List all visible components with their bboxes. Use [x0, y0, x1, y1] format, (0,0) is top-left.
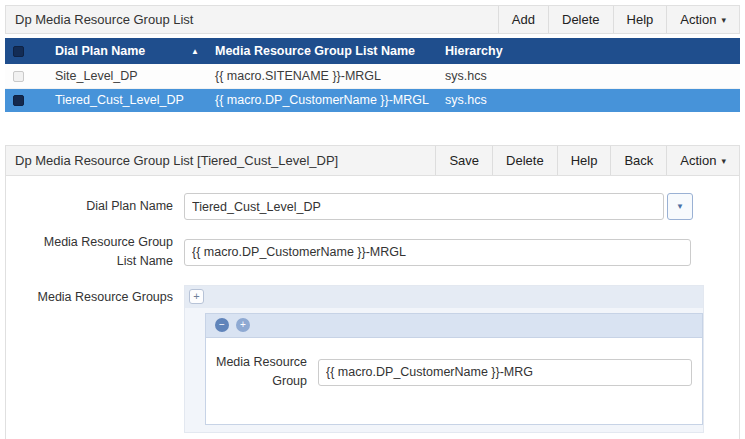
cell-dial-plan-name: Site_Level_DP: [47, 64, 207, 88]
cell-mrgl-name: {{ macro.SITENAME }}-MRGL: [207, 64, 437, 88]
action-button-label: Action: [680, 12, 716, 27]
table-row[interactable]: Site_Level_DP {{ macro.SITENAME }}-MRGL …: [5, 64, 740, 88]
page: Dp Media Resource Group List Add Delete …: [0, 0, 745, 439]
mrg-item-panel: − + Media Resource Group: [205, 313, 703, 425]
add-button[interactable]: Add: [498, 6, 548, 33]
form-row-mrgl-name: Media Resource Group List Name: [6, 233, 739, 272]
delete-button[interactable]: Delete: [548, 6, 613, 33]
column-header-hierarchy[interactable]: Hierarchy: [437, 38, 740, 64]
caret-down-icon: ▾: [721, 15, 726, 25]
cell-hierarchy: sys.hcs: [437, 64, 740, 88]
select-all-checkbox[interactable]: [13, 46, 24, 57]
dropdown-arrow-icon[interactable]: ▼: [667, 193, 693, 220]
detail-toolbar: Save Delete Help Back Action ▾: [435, 146, 739, 175]
sort-ascending-icon: ▲: [191, 47, 199, 56]
form-row-mrg-section: Media Resource Groups + − +: [6, 285, 739, 433]
mrg-group-widget: + − + Media Resource Group: [184, 285, 704, 433]
mrgl-name-label: Media Resource Group List Name: [12, 233, 184, 272]
dial-plan-name-label: Dial Plan Name: [12, 197, 184, 216]
help-button[interactable]: Help: [557, 146, 611, 175]
add-item-icon[interactable]: +: [236, 318, 250, 332]
mrg-add-bar: +: [185, 286, 703, 308]
mrg-input[interactable]: [318, 359, 692, 386]
mrgl-list-panel: Dp Media Resource Group List Add Delete …: [5, 5, 740, 112]
list-panel-header: Dp Media Resource Group List Add Delete …: [5, 5, 740, 34]
mrg-section-label: Media Resource Groups: [12, 285, 184, 307]
detail-panel-header: Dp Media Resource Group List [Tiered_Cus…: [5, 145, 740, 176]
column-header-mrgl-name[interactable]: Media Resource Group List Name: [207, 38, 437, 64]
mrg-item-header: − +: [206, 314, 702, 338]
form-row-dial-plan: Dial Plan Name ▼: [6, 193, 739, 220]
column-header-dial-plan-name[interactable]: Dial Plan Name ▲: [47, 38, 207, 64]
cell-dial-plan-name: Tiered_Cust_Level_DP: [47, 88, 207, 112]
remove-item-icon[interactable]: −: [215, 318, 229, 332]
list-panel-title: Dp Media Resource Group List: [6, 12, 193, 27]
action-button[interactable]: Action ▾: [666, 146, 739, 175]
help-button[interactable]: Help: [613, 6, 667, 33]
cell-hierarchy: sys.hcs: [437, 88, 740, 112]
detail-panel-title: Dp Media Resource Group List [Tiered_Cus…: [6, 153, 338, 168]
mrgl-detail-panel: Dp Media Resource Group List [Tiered_Cus…: [5, 145, 740, 439]
caret-down-icon: ▾: [721, 156, 726, 166]
save-button[interactable]: Save: [435, 146, 492, 175]
add-group-icon[interactable]: +: [189, 289, 204, 304]
dial-plan-name-combobox: ▼: [184, 193, 693, 220]
mrg-label: Media Resource Group: [212, 353, 318, 392]
form-row-mrg: Media Resource Group: [206, 353, 692, 392]
delete-button[interactable]: Delete: [492, 146, 557, 175]
action-button[interactable]: Action ▾: [666, 6, 739, 33]
table-row-selected[interactable]: Tiered_Cust_Level_DP {{ macro.DP_Custome…: [5, 88, 740, 112]
cell-mrgl-name: {{ macro.DP_CustomerName }}-MRGL: [207, 88, 437, 112]
list-toolbar: Add Delete Help Action ▾: [498, 6, 739, 33]
row-checkbox[interactable]: [13, 95, 24, 106]
mrg-item-content: Media Resource Group: [206, 338, 702, 424]
table-header-row: Dial Plan Name ▲ Media Resource Group Li…: [5, 38, 740, 64]
back-button[interactable]: Back: [610, 146, 666, 175]
dial-plan-name-input[interactable]: [184, 193, 664, 220]
detail-form: Dial Plan Name ▼ Media Resource Group Li…: [5, 176, 740, 439]
action-button-label: Action: [680, 153, 716, 168]
row-checkbox[interactable]: [13, 71, 24, 82]
mrgl-name-input[interactable]: [184, 239, 691, 266]
mrgl-table: Dial Plan Name ▲ Media Resource Group Li…: [5, 38, 740, 112]
